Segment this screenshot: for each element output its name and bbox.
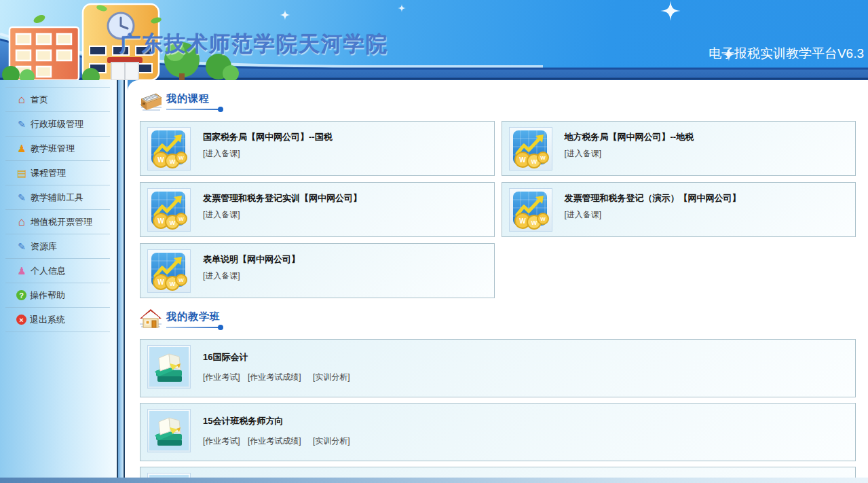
course-title: 发票管理和税务登记实训【网中网公司】 bbox=[203, 192, 362, 204]
courses-section-header: 我的课程 bbox=[138, 90, 858, 115]
home-icon: ⌂ bbox=[16, 94, 27, 105]
sidebar-item-logout[interactable]: × 退出系统 bbox=[5, 308, 110, 332]
document-edit-icon: ✎ bbox=[16, 192, 27, 203]
coins-chart-icon bbox=[147, 249, 191, 293]
classes-section: 我的教学班 16国际会计 [作业考试] [作业考试成绩] [实训分析] bbox=[128, 308, 868, 478]
training-analysis-link[interactable]: [实训分析] bbox=[313, 436, 350, 446]
coins-chart-icon bbox=[509, 127, 552, 171]
sidebar-item-label: 个人信息 bbox=[31, 265, 66, 277]
document-edit-icon: ✎ bbox=[16, 241, 27, 252]
enter-lesson-prep-link[interactable]: [进入备课] bbox=[203, 210, 240, 219]
homework-exam-link[interactable]: [作业考试] bbox=[203, 372, 240, 382]
course-title: 表单说明【网中网公司】 bbox=[203, 253, 300, 266]
sidebar-item-label: 退出系统 bbox=[30, 314, 65, 326]
class-card: 16国际会计 [作业考试] [作业考试成绩] [实训分析] bbox=[140, 339, 856, 397]
course-card: 国家税务局【网中网公司】--国税 [进入备课] bbox=[140, 121, 495, 176]
help-icon: ? bbox=[16, 290, 26, 300]
section-underline bbox=[166, 109, 219, 110]
sidebar-item-resource-library[interactable]: ✎ 资源库 bbox=[5, 234, 110, 259]
home-icon: ⌂ bbox=[16, 217, 27, 228]
person-icon: ♟ bbox=[16, 266, 27, 276]
training-analysis-link[interactable]: [实训分析] bbox=[313, 372, 350, 382]
sidebar-separator bbox=[117, 80, 125, 478]
books-icon bbox=[147, 473, 191, 478]
sidebar: ⌂ 首页 ✎ 行政班级管理 ♟ 教学班管理 ▤ 课程管理 ✎ 教学辅助工具 ⌂ … bbox=[0, 80, 117, 478]
logout-icon: × bbox=[16, 315, 26, 325]
course-grid: 国家税务局【网中网公司】--国税 [进入备课] 地方税务局【网中网公司】--地税… bbox=[140, 121, 856, 298]
section-title: 我的课程 bbox=[166, 92, 219, 105]
school-name: 广东技术师范学院天河学院 bbox=[119, 30, 388, 58]
sidebar-item-label: 首页 bbox=[31, 94, 48, 106]
section-title: 我的教学班 bbox=[166, 310, 221, 323]
course-card: 表单说明【网中网公司】 [进入备课] bbox=[140, 243, 495, 298]
coins-chart-icon bbox=[147, 188, 191, 232]
course-card: 发票管理和税务登记（演示）【网中网公司】 [进入备课] bbox=[502, 182, 856, 237]
sidebar-item-teaching-aids[interactable]: ✎ 教学辅助工具 bbox=[5, 185, 110, 210]
sidebar-item-help[interactable]: ? 操作帮助 bbox=[5, 283, 110, 308]
sidebar-item-label: 增值税开票管理 bbox=[31, 216, 92, 228]
person-icon: ♟ bbox=[16, 143, 27, 154]
class-title: 16国际会计 bbox=[203, 351, 356, 363]
sidebar-item-label: 操作帮助 bbox=[30, 289, 65, 302]
homework-exam-scores-link[interactable]: [作业考试成绩] bbox=[248, 436, 301, 446]
coins-chart-icon bbox=[509, 188, 552, 232]
sidebar-item-course-management[interactable]: ▤ 课程管理 bbox=[5, 161, 110, 185]
notebook-icon: ▤ bbox=[16, 168, 27, 179]
course-title: 地方税务局【网中网公司】--地税 bbox=[565, 131, 694, 143]
course-title: 国家税务局【网中网公司】--国税 bbox=[203, 131, 333, 143]
enter-lesson-prep-link[interactable]: [进入备课] bbox=[565, 210, 602, 219]
sidebar-item-personal-info[interactable]: ♟ 个人信息 bbox=[5, 259, 110, 283]
enter-lesson-prep-link[interactable]: [进入备课] bbox=[203, 149, 240, 158]
books-icon bbox=[147, 345, 191, 389]
class-card: 15财管1班 bbox=[140, 467, 856, 478]
sidebar-item-label: 教学辅助工具 bbox=[31, 192, 83, 204]
house-icon bbox=[138, 308, 163, 329]
sidebar-item-home[interactable]: ⌂ 首页 bbox=[5, 88, 110, 112]
page-header: 广东技术师范学院天河学院 电子报税实训教学平台V6.3 bbox=[0, 0, 868, 80]
section-underline bbox=[166, 327, 219, 328]
main-content: 我的课程 国家税务局【网中网公司】--国税 [进入备课] 地方税务局【网中网公司… bbox=[128, 80, 868, 478]
card-file-icon bbox=[138, 90, 163, 111]
homework-exam-link[interactable]: [作业考试] bbox=[203, 436, 240, 446]
class-title: 15会计班税务师方向 bbox=[203, 415, 356, 427]
enter-lesson-prep-link[interactable]: [进入备课] bbox=[203, 271, 240, 281]
course-card: 地方税务局【网中网公司】--地税 [进入备课] bbox=[502, 121, 856, 176]
sidebar-item-admin-class-management[interactable]: ✎ 行政班级管理 bbox=[5, 112, 110, 137]
sidebar-menu: ⌂ 首页 ✎ 行政班级管理 ♟ 教学班管理 ▤ 课程管理 ✎ 教学辅助工具 ⌂ … bbox=[5, 87, 110, 332]
books-icon bbox=[147, 409, 191, 452]
courses-section: 我的课程 国家税务局【网中网公司】--国税 [进入备课] 地方税务局【网中网公司… bbox=[128, 90, 868, 298]
page-footer-bar bbox=[0, 478, 868, 483]
sidebar-item-label: 课程管理 bbox=[31, 167, 66, 179]
course-card: 发票管理和税务登记实训【网中网公司】 [进入备课] bbox=[140, 182, 495, 237]
sidebar-item-label: 资源库 bbox=[31, 240, 57, 253]
coins-chart-icon bbox=[147, 127, 191, 171]
enter-lesson-prep-link[interactable]: [进入备课] bbox=[565, 149, 602, 158]
sidebar-item-label: 教学班管理 bbox=[31, 143, 75, 155]
sidebar-item-label: 行政班级管理 bbox=[31, 118, 83, 130]
course-title: 发票管理和税务登记（演示）【网中网公司】 bbox=[565, 192, 741, 204]
page-body: ⌂ 首页 ✎ 行政班级管理 ♟ 教学班管理 ▤ 课程管理 ✎ 教学辅助工具 ⌂ … bbox=[0, 80, 868, 478]
platform-title: 电子报税实训教学平台V6.3 bbox=[709, 45, 864, 62]
sidebar-item-teaching-class-management[interactable]: ♟ 教学班管理 bbox=[5, 137, 110, 161]
sidebar-item-vat-invoice-management[interactable]: ⌂ 增值税开票管理 bbox=[5, 210, 110, 234]
class-card: 15会计班税务师方向 [作业考试] [作业考试成绩] [实训分析] bbox=[140, 403, 856, 461]
classes-section-header: 我的教学班 bbox=[138, 308, 858, 334]
document-edit-icon: ✎ bbox=[16, 119, 27, 130]
homework-exam-scores-link[interactable]: [作业考试成绩] bbox=[248, 372, 301, 382]
